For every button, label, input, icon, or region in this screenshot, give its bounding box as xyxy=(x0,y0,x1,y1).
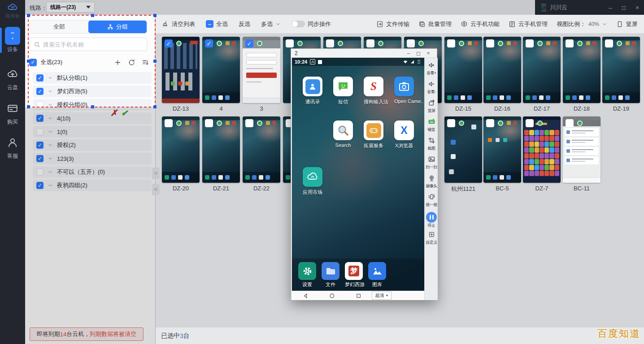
group-checkbox[interactable] xyxy=(36,168,44,176)
app-market[interactable]: 应用市场 xyxy=(303,167,322,196)
tool-扫一扫[interactable]: 扫一扫 xyxy=(425,155,438,169)
sync-operation-toggle[interactable]: 同步操作 xyxy=(292,20,331,28)
app-xbrowser[interactable]: XX浏览器 xyxy=(394,120,414,149)
phone-screen[interactable]: 10:24 A 通讯录短信S搜狗输入法Open Came..Search拓展服务… xyxy=(292,58,424,291)
thumb-checkbox[interactable]: ✓ xyxy=(165,39,173,47)
group-checkbox[interactable]: ✓ xyxy=(36,74,44,82)
phone-thumbnail[interactable] xyxy=(602,37,640,103)
phone-thumbnail[interactable]: ✓ xyxy=(162,37,200,103)
refresh-icon[interactable] xyxy=(128,59,135,66)
group-checkbox[interactable]: ✓ xyxy=(36,142,44,149)
group-checkbox[interactable]: ✓ xyxy=(36,115,44,122)
capture-cancel-icon[interactable]: ✗ xyxy=(110,108,117,118)
select-all-indeterminate-checkbox[interactable]: – xyxy=(206,20,213,28)
thumb-checkbox[interactable] xyxy=(447,39,455,47)
app-opencam[interactable]: Open Came.. xyxy=(394,77,414,104)
thumb-checkbox[interactable]: ✓ xyxy=(245,39,253,47)
multi-select-button[interactable]: 多选 xyxy=(261,20,281,28)
phone-cell-DZ-7[interactable]: DZ-7 xyxy=(523,116,561,192)
group-checkbox[interactable]: ✓ xyxy=(36,155,44,162)
phone-cell-杭州1121[interactable]: 杭州1121 xyxy=(444,116,482,193)
group-checkbox[interactable]: ✓ xyxy=(36,182,44,189)
group-row[interactable]: ✓123(3) xyxy=(33,153,152,164)
thumb-checkbox[interactable] xyxy=(526,119,534,127)
tool-音量-[interactable]: 音量- xyxy=(425,80,438,94)
tool-自定义[interactable]: 自定义 xyxy=(425,231,438,245)
resize-handle[interactable] xyxy=(91,14,94,17)
tab-all[interactable]: 全部 xyxy=(30,21,88,33)
phone-thumbnail[interactable] xyxy=(444,116,482,183)
group-row[interactable]: ✓4(10) xyxy=(33,112,152,124)
portrait-button[interactable]: 竖屏 xyxy=(616,20,638,28)
phone-cell-BC-5[interactable]: BC-5 xyxy=(483,116,521,192)
tool-停止[interactable]: 停止 xyxy=(425,212,438,228)
thumb-checkbox[interactable] xyxy=(407,39,415,47)
phone-thumbnail[interactable] xyxy=(162,116,200,183)
tool-音量+[interactable]: 音量+ xyxy=(425,61,438,75)
nav-home-button[interactable] xyxy=(329,292,335,299)
video-quality-button[interactable]: 超清 xyxy=(372,292,392,300)
thumb-checkbox[interactable] xyxy=(486,119,494,127)
tool-竖屏[interactable]: 竖屏 xyxy=(425,99,438,113)
thumb-checkbox[interactable]: ✓ xyxy=(205,39,213,47)
phone-thumbnail[interactable] xyxy=(483,37,521,103)
phone-thumbnail[interactable] xyxy=(444,37,482,103)
phone-cell-4[interactable]: ✓4 xyxy=(202,37,240,112)
phone-thumbnail[interactable] xyxy=(202,116,240,183)
cloud-phone-manage-button[interactable]: 云手机管理 xyxy=(509,20,548,28)
nav-back-button[interactable] xyxy=(302,292,309,299)
thumb-checkbox[interactable] xyxy=(366,39,374,47)
phone-cell-DZ-20[interactable]: DZ-20 xyxy=(162,116,200,192)
panel-expand-arrow[interactable]: > xyxy=(152,168,160,179)
group-row[interactable]: ✓默认分组(1) xyxy=(33,72,152,84)
thumb-checkbox[interactable] xyxy=(566,119,574,127)
resize-handle[interactable] xyxy=(153,105,157,108)
phone-thumbnail[interactable] xyxy=(563,37,600,103)
thumb-checkbox[interactable] xyxy=(605,39,613,47)
phone-thumbnail[interactable] xyxy=(563,116,600,183)
phone-cell-DZ-17[interactable]: DZ-17 xyxy=(523,37,561,112)
minimize-button[interactable]: – xyxy=(604,4,617,11)
phone-cell-BC-11[interactable]: BC-11 xyxy=(563,116,600,192)
thumb-checkbox[interactable] xyxy=(286,39,294,47)
sort-list-icon[interactable] xyxy=(142,59,149,66)
select-all-checkbox[interactable]: ✓ xyxy=(29,59,37,66)
cloud-phone-functions-button[interactable]: 云手机功能 xyxy=(461,20,500,28)
group-row[interactable]: 授权分组(0) xyxy=(33,99,152,111)
resize-handle[interactable] xyxy=(91,105,94,108)
capture-confirm-icon[interactable]: ✔ xyxy=(121,108,128,118)
resize-handle[interactable] xyxy=(153,14,157,17)
app-extend[interactable]: 拓展服务 xyxy=(364,120,383,149)
tool-摇一摇[interactable]: 摇一摇 xyxy=(425,193,438,207)
line-select-dropdown[interactable]: 线路一(23) xyxy=(46,2,95,13)
thumb-checkbox[interactable] xyxy=(326,39,334,47)
resize-handle[interactable] xyxy=(27,60,30,63)
dock-app-folder[interactable]: 文件 xyxy=(322,262,339,288)
search-box[interactable] xyxy=(30,38,147,51)
app-contact[interactable]: 通讯录 xyxy=(303,77,322,105)
nav-recents-button[interactable] xyxy=(355,292,362,299)
thumb-checkbox[interactable] xyxy=(447,119,455,127)
dock-app-gallery[interactable]: 图库 xyxy=(368,262,386,288)
group-checkbox[interactable] xyxy=(36,128,44,135)
thumb-checkbox[interactable] xyxy=(205,119,213,127)
thumb-checkbox[interactable] xyxy=(486,39,494,47)
dock-app-mhxy[interactable]: 梦梦幻西游 xyxy=(345,262,363,288)
thumb-checkbox[interactable] xyxy=(526,39,534,47)
app-message[interactable]: 短信 xyxy=(333,77,353,105)
phone-thumbnail[interactable] xyxy=(243,116,280,183)
app-sogou[interactable]: S搜狗输入法 xyxy=(364,77,383,105)
group-checkbox[interactable]: ✓ xyxy=(36,88,44,95)
group-row[interactable]: ✓授权(2) xyxy=(33,139,152,151)
phone-maximize-button[interactable]: ◻ xyxy=(413,50,423,56)
group-row[interactable]: ✓梦幻西游(5) xyxy=(33,86,152,97)
phone-cell-3[interactable]: ✓3 xyxy=(243,37,280,112)
panel-collapse-arrow[interactable]: < xyxy=(152,184,160,195)
phone-thumbnail[interactable] xyxy=(483,116,521,183)
phone-thumbnail[interactable]: ✓ xyxy=(202,37,240,103)
group-row[interactable]: 1(0) xyxy=(33,126,152,138)
phone-cell-DZ-16[interactable]: DZ-16 xyxy=(483,37,521,112)
phone-cell-DZ-21[interactable]: DZ-21 xyxy=(202,116,240,192)
thumb-checkbox[interactable] xyxy=(165,119,173,127)
tool-摄像头[interactable]: 摄像头 xyxy=(425,174,438,188)
